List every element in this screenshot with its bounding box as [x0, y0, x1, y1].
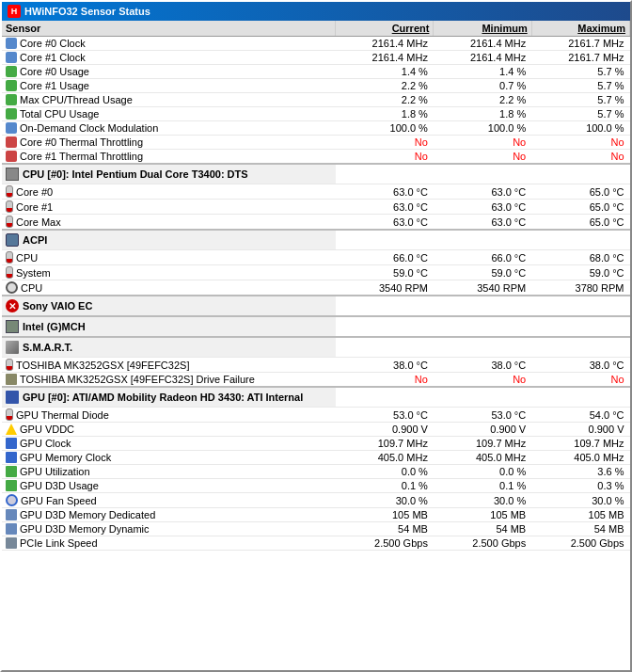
table-row[interactable]: Core #1 Clock2161.4 MHz2161.4 MHz2161.7 …	[2, 51, 630, 65]
table-row[interactable]: Core Max63.0 °C63.0 °C65.0 °C	[2, 215, 630, 231]
sensor-minimum: 2.500 Gbps	[434, 536, 531, 551]
sensor-maximum: 68.0 °C	[531, 250, 629, 265]
sensor-minimum: No	[434, 136, 531, 150]
sensor-label: Max CPU/Thread Usage	[2, 93, 336, 106]
sensor-current: 2161.4 MHz	[336, 51, 434, 65]
sensor-maximum: 5.7 %	[531, 65, 629, 79]
sensor-current: 2.2 %	[336, 79, 434, 93]
table-row[interactable]: GPU Utilization0.0 %0.0 %3.6 %	[2, 465, 630, 479]
sensor-maximum: No	[531, 150, 629, 165]
title-bar: H HWiNFO32 Sensor Status	[2, 2, 630, 21]
sensor-maximum: 100.0 %	[531, 121, 629, 136]
sensor-table-container[interactable]: Sensor Current Minimum Maximum Core #0 C…	[2, 21, 630, 670]
sensor-label: GPU Clock	[2, 437, 336, 450]
sensor-current: 109.7 MHz	[336, 437, 434, 451]
section-title: CPU [#0]: Intel Pentium Dual Core T3400:…	[23, 168, 248, 180]
sensor-label: GPU Fan Speed	[2, 493, 336, 507]
table-row[interactable]: Core #1 Thermal ThrottlingNoNoNo	[2, 150, 630, 165]
sensor-label: GPU Utilization	[2, 465, 336, 478]
sensor-label: GPU D3D Usage	[2, 479, 336, 492]
sensor-maximum: 65.0 °C	[531, 184, 629, 200]
sensor-maximum: 30.0 %	[531, 493, 629, 508]
table-row[interactable]: GPU D3D Memory Dedicated105 MB105 MB105 …	[2, 508, 630, 522]
col-maximum[interactable]: Maximum	[531, 21, 629, 37]
section-header-row: CPU [#0]: Intel Pentium Dual Core T3400:…	[2, 164, 630, 184]
sensor-current: 1.8 %	[336, 107, 434, 121]
sensor-minimum: 53.0 °C	[434, 408, 531, 423]
sensor-minimum: 66.0 °C	[434, 250, 531, 265]
table-row[interactable]: GPU Thermal Diode53.0 °C53.0 °C54.0 °C	[2, 408, 630, 423]
col-minimum[interactable]: Minimum	[434, 21, 531, 37]
sensor-current: 54 MB	[336, 522, 434, 536]
sensor-label: Core #0	[2, 184, 336, 199]
table-row[interactable]: GPU D3D Memory Dynamic54 MB54 MB54 MB	[2, 522, 630, 536]
sensor-minimum: 2161.4 MHz	[434, 51, 531, 65]
sensor-label: System	[2, 265, 336, 280]
table-row[interactable]: Core #0 Clock2161.4 MHz2161.4 MHz2161.7 …	[2, 37, 630, 51]
table-row[interactable]: Core #0 Usage1.4 %1.4 %5.7 %	[2, 65, 630, 79]
sensor-maximum: 0.900 V	[531, 423, 629, 437]
table-row[interactable]: GPU Memory Clock405.0 MHz405.0 MHz405.0 …	[2, 451, 630, 465]
sensor-maximum: 54 MB	[531, 522, 629, 536]
sensor-maximum: 105 MB	[531, 508, 629, 522]
sensor-current: 59.0 °C	[336, 265, 434, 280]
sensor-maximum: 0.3 %	[531, 479, 629, 493]
table-row[interactable]: Total CPU Usage1.8 %1.8 %5.7 %	[2, 107, 630, 121]
sensor-label: PCIe Link Speed	[2, 536, 336, 550]
table-row[interactable]: GPU D3D Usage0.1 %0.1 %0.3 %	[2, 479, 630, 493]
sensor-label: Core #1 Usage	[2, 79, 336, 92]
table-row[interactable]: Core #1 Usage2.2 %0.7 %5.7 %	[2, 79, 630, 93]
sensor-label: Core #1 Clock	[2, 51, 336, 64]
col-current[interactable]: Current	[336, 21, 434, 37]
sensor-minimum: 1.8 %	[434, 107, 531, 121]
table-row[interactable]: PCIe Link Speed2.500 Gbps2.500 Gbps2.500…	[2, 536, 630, 551]
sensor-minimum: 1.4 %	[434, 65, 531, 79]
table-row[interactable]: On-Demand Clock Modulation100.0 %100.0 %…	[2, 121, 630, 136]
table-row[interactable]: GPU Fan Speed30.0 %30.0 %30.0 %	[2, 493, 630, 508]
table-row[interactable]: Core #163.0 °C63.0 °C65.0 °C	[2, 200, 630, 215]
sensor-label: GPU VDDC	[2, 423, 336, 436]
sensor-current: 0.1 %	[336, 479, 434, 493]
app-icon: H	[8, 5, 21, 18]
sensor-maximum: 2161.7 MHz	[531, 51, 629, 65]
sensor-minimum: 63.0 °C	[434, 184, 531, 200]
sensor-maximum: 5.7 %	[531, 93, 629, 107]
table-row[interactable]: CPU66.0 °C66.0 °C68.0 °C	[2, 250, 630, 265]
sensor-maximum: 5.7 %	[531, 107, 629, 121]
table-row[interactable]: Core #0 Thermal ThrottlingNoNoNo	[2, 136, 630, 150]
sensor-minimum: 0.900 V	[434, 423, 531, 437]
section-title: GPU [#0]: ATI/AMD Mobility Radeon HD 343…	[23, 392, 303, 403]
sensor-minimum: 105 MB	[434, 508, 531, 522]
table-row[interactable]: Core #063.0 °C63.0 °C65.0 °C	[2, 184, 630, 200]
sensor-current: 63.0 °C	[336, 200, 434, 215]
sensor-current: 1.4 %	[336, 65, 434, 79]
sensor-label: GPU D3D Memory Dynamic	[2, 522, 336, 536]
sensor-current: 405.0 MHz	[336, 451, 434, 465]
table-row[interactable]: System59.0 °C59.0 °C59.0 °C	[2, 265, 630, 280]
col-sensor[interactable]: Sensor	[2, 21, 336, 37]
section-header-row: ACPI	[2, 230, 630, 250]
sensor-maximum: No	[531, 373, 629, 388]
sensor-label: Core #0 Clock	[2, 37, 336, 50]
sensor-label: CPU	[2, 250, 336, 264]
sensor-maximum: 2161.7 MHz	[531, 37, 629, 51]
section-header-row: GPU [#0]: ATI/AMD Mobility Radeon HD 343…	[2, 387, 630, 408]
table-row[interactable]: TOSHIBA MK3252GSX [49FEFC32S] Drive Fail…	[2, 373, 630, 388]
table-row[interactable]: GPU VDDC0.900 V0.900 V0.900 V	[2, 423, 630, 437]
section-title: S.M.A.R.T.	[23, 342, 72, 353]
sensor-current: 0.0 %	[336, 465, 434, 479]
table-row[interactable]: CPU3540 RPM3540 RPM3780 RPM	[2, 280, 630, 296]
sensor-current: 2.2 %	[336, 93, 434, 107]
section-title: ACPI	[23, 234, 47, 246]
sensor-current: No	[336, 136, 434, 150]
sensor-minimum: 63.0 °C	[434, 215, 531, 231]
table-row[interactable]: TOSHIBA MK3252GSX [49FEFC32S]38.0 °C38.0…	[2, 358, 630, 373]
sensor-minimum: 109.7 MHz	[434, 437, 531, 451]
sensor-maximum: 65.0 °C	[531, 215, 629, 231]
sensor-current: 63.0 °C	[336, 215, 434, 231]
sensor-current: 100.0 %	[336, 121, 434, 136]
sensor-label: TOSHIBA MK3252GSX [49FEFC32S]	[2, 358, 336, 372]
section-title: Sony VAIO EC	[23, 300, 92, 312]
table-row[interactable]: GPU Clock109.7 MHz109.7 MHz109.7 MHz	[2, 437, 630, 451]
table-row[interactable]: Max CPU/Thread Usage2.2 %2.2 %5.7 %	[2, 93, 630, 107]
